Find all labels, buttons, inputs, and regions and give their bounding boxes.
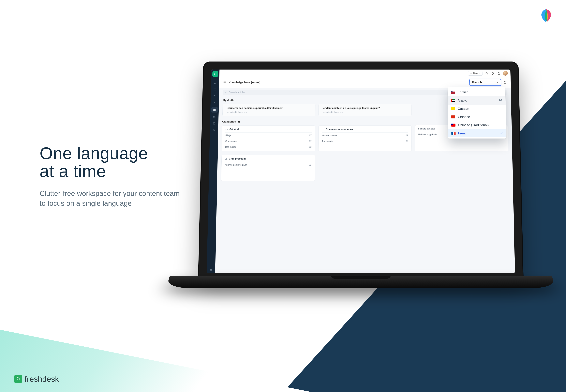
language-option-label: Catalan (458, 107, 502, 111)
sidebar-item-admin[interactable] (211, 127, 217, 133)
category-card: Général FAQs07 Commencer02 Des guides02 (221, 125, 315, 152)
svg-point-11 (210, 271, 210, 271)
language-option-label: English (457, 90, 502, 94)
flag-icon (451, 132, 456, 135)
avatar[interactable] (503, 71, 508, 76)
marketing-title-line2: at a time (40, 162, 106, 181)
search-icon[interactable] (485, 71, 489, 75)
language-option-label: Arabic (458, 99, 497, 102)
freshdesk-wordmark: freshdesk (25, 374, 59, 383)
svg-point-15 (226, 92, 227, 93)
topbar: New (219, 70, 511, 77)
language-option[interactable]: Arabic (448, 96, 506, 105)
language-option-label: Chinese (Traditional) (458, 123, 503, 127)
draft-title: Pendant combien de jours puis-je tester … (322, 107, 408, 110)
bell-icon[interactable] (491, 71, 495, 75)
language-option-label: French (458, 131, 497, 135)
marketing-title: One language at a time (40, 144, 181, 180)
svg-point-13 (211, 271, 212, 271)
category-card: Commencer avec nous Vos documents01 Ton … (318, 125, 412, 152)
folder-icon (225, 157, 228, 160)
category-row[interactable]: Des guides02 (225, 144, 312, 150)
category-row[interactable]: FAQs07 (225, 133, 312, 138)
category-card: Club premium Abonnement Premium02 (221, 155, 315, 181)
category-row[interactable]: Ton compte02 (322, 138, 409, 144)
share-export-icon[interactable] (497, 71, 501, 75)
check-icon (500, 131, 503, 135)
sidebar-item-contacts[interactable] (211, 94, 218, 99)
laptop-base (166, 276, 556, 288)
laptop-mockup: New Knowledge base (Acme) (170, 56, 552, 293)
svg-point-14 (486, 72, 487, 74)
language-select-current: French (472, 81, 482, 84)
freshworks-leaf-icon (539, 9, 553, 23)
language-option-label: Chinese (458, 115, 503, 119)
folder-icon (322, 128, 324, 131)
marketing-subtitle: Clutter-free workspace for your content … (40, 188, 181, 208)
folder-icon (225, 128, 228, 131)
svg-point-2 (214, 95, 215, 96)
sidebar-item-social[interactable] (211, 100, 218, 106)
sidebar-item-reports[interactable] (211, 114, 218, 119)
svg-point-12 (211, 271, 211, 271)
category-title[interactable]: Club premium (225, 157, 312, 162)
svg-point-5 (210, 269, 210, 270)
chevron-down-icon (479, 72, 481, 74)
flag-icon (451, 91, 455, 94)
page-header: Knowledge base (Acme) French (219, 77, 511, 88)
svg-point-4 (214, 130, 214, 131)
freshdesk-footer-logo: freshdesk (14, 374, 59, 383)
svg-point-8 (210, 270, 210, 270)
new-button-label: New (473, 72, 478, 75)
sidebar-item-tickets[interactable] (212, 87, 218, 92)
category-title[interactable]: Commencer avec nous (322, 128, 408, 133)
language-option[interactable]: French (448, 129, 506, 137)
svg-point-7 (211, 269, 212, 270)
app-logo[interactable] (212, 71, 218, 77)
language-option[interactable]: English (448, 88, 506, 96)
flag-icon (451, 124, 456, 126)
category-row[interactable]: Abonnement Premium02 (225, 162, 312, 168)
marketing-copy: One language at a time Clutter-free work… (40, 144, 181, 208)
hidden-eye-slash-icon (499, 98, 502, 103)
hamburger-icon[interactable] (223, 81, 226, 84)
new-button[interactable]: New (468, 71, 482, 76)
draft-title: Récupérer des fichiers supprimés définit… (226, 107, 312, 110)
svg-point-10 (211, 270, 212, 270)
language-select-trigger[interactable]: French (469, 79, 501, 86)
freshdesk-badge-icon (14, 375, 22, 383)
app-screen: New Knowledge base (Acme) (207, 70, 515, 273)
svg-point-9 (211, 270, 211, 270)
chevron-down-icon (496, 81, 499, 84)
laptop-screen-frame: New Knowledge base (Acme) (198, 62, 524, 277)
sidebar-item-apps[interactable] (208, 267, 214, 273)
svg-rect-1 (214, 89, 216, 90)
svg-rect-3 (213, 123, 215, 124)
open-external-icon[interactable] (503, 81, 507, 84)
draft-meta: Last edited 2 hours ago (322, 111, 408, 113)
sidebar-item-knowledge-base[interactable] (211, 107, 218, 112)
language-option[interactable]: Catalan (448, 105, 506, 113)
category-title[interactable]: Général (225, 128, 312, 133)
sidebar-item-automations[interactable] (211, 121, 218, 126)
marketing-title-line1: One language (40, 144, 148, 163)
flag-icon (451, 99, 455, 102)
draft-card[interactable]: Récupérer des fichiers supprimés définit… (222, 104, 316, 116)
draft-meta: Last edited 2 hours ago (226, 111, 312, 113)
page-title: Knowledge base (Acme) (229, 81, 260, 84)
draft-card[interactable]: Pendant combien de jours puis-je tester … (318, 104, 412, 116)
language-dropdown: EnglishArabicCatalanChineseChinese (Trad… (447, 87, 506, 138)
category-row[interactable]: Vos documents01 (322, 133, 408, 138)
sidebar-item-dashboard[interactable] (212, 80, 218, 85)
search-icon (225, 91, 228, 94)
flag-icon (451, 115, 456, 118)
language-option[interactable]: Chinese (Traditional) (448, 121, 506, 129)
flag-icon (451, 107, 455, 110)
category-row[interactable]: Commencer02 (225, 138, 312, 144)
language-option[interactable]: Chinese (448, 113, 506, 121)
svg-point-6 (211, 269, 211, 270)
